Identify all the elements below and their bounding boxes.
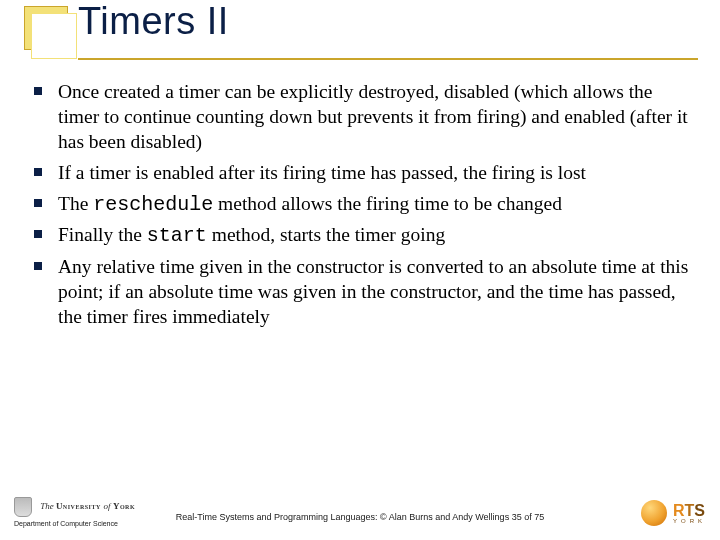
bullet-text-post: method, starts the timer going: [207, 224, 445, 245]
rts-s: S: [694, 502, 705, 519]
rts-text: RTS: [673, 502, 705, 519]
bullet-text: If a timer is enabled after its firing t…: [58, 162, 586, 183]
list-item: Once created a timer can be explicitly d…: [34, 80, 694, 155]
bullet-icon: [34, 87, 42, 95]
uni-the: The: [40, 501, 56, 511]
list-item: Finally the start method, starts the tim…: [34, 223, 694, 249]
rts-logo: RTS YORK: [673, 502, 706, 524]
bullet-text: Any relative time given in the construct…: [58, 256, 688, 327]
rts-r: R: [673, 502, 685, 519]
bullet-text-post: method allows the firing time to be chan…: [213, 193, 562, 214]
globe-icon: [641, 500, 667, 526]
bullet-text: Once created a timer can be explicitly d…: [58, 81, 688, 152]
footer: The University of York Department of Com…: [0, 486, 720, 534]
rts-t: T: [685, 502, 695, 519]
bullet-icon: [34, 230, 42, 238]
footer-right: RTS YORK: [641, 500, 706, 526]
title-ornament: [24, 6, 68, 50]
uni-univ: University: [56, 501, 104, 511]
bullet-code: reschedule: [93, 193, 213, 216]
list-item: If a timer is enabled after its firing t…: [34, 161, 694, 186]
list-item: Any relative time given in the construct…: [34, 255, 694, 330]
uni-york: York: [110, 501, 135, 511]
bullet-text-pre: The: [58, 193, 93, 214]
title-rule: [78, 58, 698, 60]
bullet-icon: [34, 262, 42, 270]
rts-sub: YORK: [673, 518, 706, 524]
bullet-code: start: [147, 224, 207, 247]
slide-title: Timers II: [78, 0, 229, 43]
bullet-text-pre: Finally the: [58, 224, 147, 245]
list-item: The reschedule method allows the firing …: [34, 192, 694, 218]
bullet-icon: [34, 168, 42, 176]
footer-center: Real-Time Systems and Programming Langua…: [0, 512, 720, 522]
university-name: The University of York: [40, 501, 135, 511]
content-area: Once created a timer can be explicitly d…: [34, 80, 694, 336]
bullet-list: Once created a timer can be explicitly d…: [34, 80, 694, 330]
bullet-icon: [34, 199, 42, 207]
slide: Timers II Once created a timer can be ex…: [0, 0, 720, 540]
